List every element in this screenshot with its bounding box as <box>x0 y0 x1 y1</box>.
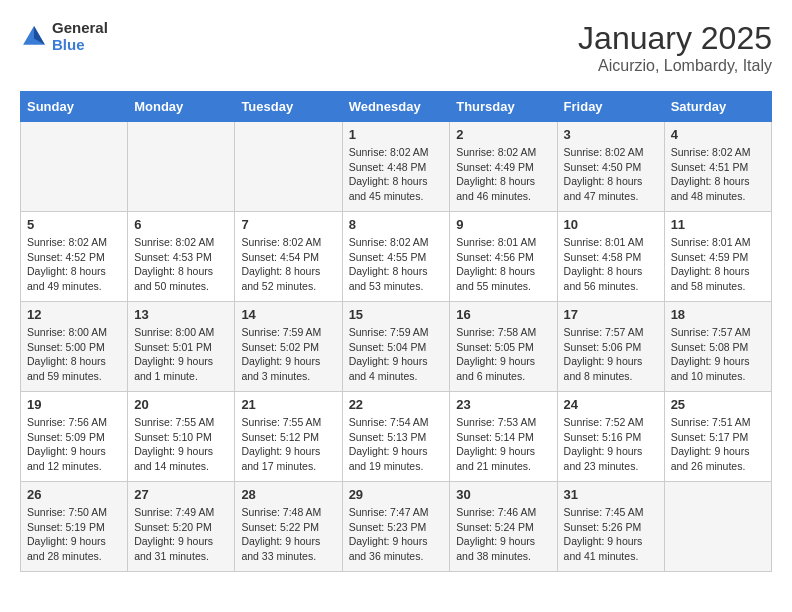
day-number: 26 <box>27 487 121 502</box>
logo-blue-text: Blue <box>52 37 108 54</box>
logo-general-text: General <box>52 20 108 37</box>
logo: General Blue <box>20 20 108 53</box>
calendar-cell: 28Sunrise: 7:48 AM Sunset: 5:22 PM Dayli… <box>235 482 342 572</box>
day-number: 11 <box>671 217 765 232</box>
calendar-cell: 11Sunrise: 8:01 AM Sunset: 4:59 PM Dayli… <box>664 212 771 302</box>
calendar-cell: 17Sunrise: 7:57 AM Sunset: 5:06 PM Dayli… <box>557 302 664 392</box>
calendar-cell <box>128 122 235 212</box>
calendar-cell: 13Sunrise: 8:00 AM Sunset: 5:01 PM Dayli… <box>128 302 235 392</box>
calendar-cell: 10Sunrise: 8:01 AM Sunset: 4:58 PM Dayli… <box>557 212 664 302</box>
day-info: Sunrise: 7:55 AM Sunset: 5:10 PM Dayligh… <box>134 415 228 474</box>
day-number: 12 <box>27 307 121 322</box>
calendar-cell: 18Sunrise: 7:57 AM Sunset: 5:08 PM Dayli… <box>664 302 771 392</box>
day-number: 6 <box>134 217 228 232</box>
calendar-cell: 21Sunrise: 7:55 AM Sunset: 5:12 PM Dayli… <box>235 392 342 482</box>
day-info: Sunrise: 7:48 AM Sunset: 5:22 PM Dayligh… <box>241 505 335 564</box>
calendar-cell: 7Sunrise: 8:02 AM Sunset: 4:54 PM Daylig… <box>235 212 342 302</box>
column-header-saturday: Saturday <box>664 92 771 122</box>
calendar-cell: 12Sunrise: 8:00 AM Sunset: 5:00 PM Dayli… <box>21 302 128 392</box>
day-info: Sunrise: 7:54 AM Sunset: 5:13 PM Dayligh… <box>349 415 444 474</box>
day-number: 16 <box>456 307 550 322</box>
day-number: 22 <box>349 397 444 412</box>
week-row-5: 26Sunrise: 7:50 AM Sunset: 5:19 PM Dayli… <box>21 482 772 572</box>
calendar-subtitle: Aicurzio, Lombardy, Italy <box>578 57 772 75</box>
logo-icon <box>20 23 48 51</box>
day-number: 5 <box>27 217 121 232</box>
day-number: 29 <box>349 487 444 502</box>
day-info: Sunrise: 8:02 AM Sunset: 4:54 PM Dayligh… <box>241 235 335 294</box>
column-header-monday: Monday <box>128 92 235 122</box>
day-info: Sunrise: 7:51 AM Sunset: 5:17 PM Dayligh… <box>671 415 765 474</box>
calendar-cell: 26Sunrise: 7:50 AM Sunset: 5:19 PM Dayli… <box>21 482 128 572</box>
day-info: Sunrise: 7:50 AM Sunset: 5:19 PM Dayligh… <box>27 505 121 564</box>
day-number: 30 <box>456 487 550 502</box>
day-info: Sunrise: 8:02 AM Sunset: 4:53 PM Dayligh… <box>134 235 228 294</box>
calendar-cell: 3Sunrise: 8:02 AM Sunset: 4:50 PM Daylig… <box>557 122 664 212</box>
day-info: Sunrise: 7:59 AM Sunset: 5:04 PM Dayligh… <box>349 325 444 384</box>
day-info: Sunrise: 8:01 AM Sunset: 4:56 PM Dayligh… <box>456 235 550 294</box>
calendar-cell: 9Sunrise: 8:01 AM Sunset: 4:56 PM Daylig… <box>450 212 557 302</box>
column-header-thursday: Thursday <box>450 92 557 122</box>
calendar-cell: 5Sunrise: 8:02 AM Sunset: 4:52 PM Daylig… <box>21 212 128 302</box>
day-info: Sunrise: 8:00 AM Sunset: 5:00 PM Dayligh… <box>27 325 121 384</box>
day-number: 31 <box>564 487 658 502</box>
calendar-cell <box>21 122 128 212</box>
calendar-cell <box>664 482 771 572</box>
day-info: Sunrise: 8:02 AM Sunset: 4:49 PM Dayligh… <box>456 145 550 204</box>
day-info: Sunrise: 8:02 AM Sunset: 4:50 PM Dayligh… <box>564 145 658 204</box>
calendar-cell: 19Sunrise: 7:56 AM Sunset: 5:09 PM Dayli… <box>21 392 128 482</box>
day-number: 28 <box>241 487 335 502</box>
week-row-1: 1Sunrise: 8:02 AM Sunset: 4:48 PM Daylig… <box>21 122 772 212</box>
day-number: 15 <box>349 307 444 322</box>
day-info: Sunrise: 7:58 AM Sunset: 5:05 PM Dayligh… <box>456 325 550 384</box>
calendar-cell: 4Sunrise: 8:02 AM Sunset: 4:51 PM Daylig… <box>664 122 771 212</box>
calendar-cell: 16Sunrise: 7:58 AM Sunset: 5:05 PM Dayli… <box>450 302 557 392</box>
calendar-cell: 25Sunrise: 7:51 AM Sunset: 5:17 PM Dayli… <box>664 392 771 482</box>
day-info: Sunrise: 8:01 AM Sunset: 4:59 PM Dayligh… <box>671 235 765 294</box>
title-section: January 2025 Aicurzio, Lombardy, Italy <box>578 20 772 75</box>
calendar-table: SundayMondayTuesdayWednesdayThursdayFrid… <box>20 91 772 572</box>
calendar-cell: 14Sunrise: 7:59 AM Sunset: 5:02 PM Dayli… <box>235 302 342 392</box>
day-number: 7 <box>241 217 335 232</box>
day-info: Sunrise: 8:02 AM Sunset: 4:52 PM Dayligh… <box>27 235 121 294</box>
day-info: Sunrise: 7:53 AM Sunset: 5:14 PM Dayligh… <box>456 415 550 474</box>
calendar-cell: 31Sunrise: 7:45 AM Sunset: 5:26 PM Dayli… <box>557 482 664 572</box>
day-number: 3 <box>564 127 658 142</box>
day-info: Sunrise: 7:52 AM Sunset: 5:16 PM Dayligh… <box>564 415 658 474</box>
day-info: Sunrise: 7:55 AM Sunset: 5:12 PM Dayligh… <box>241 415 335 474</box>
day-info: Sunrise: 7:49 AM Sunset: 5:20 PM Dayligh… <box>134 505 228 564</box>
day-info: Sunrise: 8:02 AM Sunset: 4:48 PM Dayligh… <box>349 145 444 204</box>
day-info: Sunrise: 7:47 AM Sunset: 5:23 PM Dayligh… <box>349 505 444 564</box>
day-info: Sunrise: 7:45 AM Sunset: 5:26 PM Dayligh… <box>564 505 658 564</box>
day-info: Sunrise: 7:59 AM Sunset: 5:02 PM Dayligh… <box>241 325 335 384</box>
day-number: 2 <box>456 127 550 142</box>
day-number: 9 <box>456 217 550 232</box>
day-number: 4 <box>671 127 765 142</box>
calendar-cell: 15Sunrise: 7:59 AM Sunset: 5:04 PM Dayli… <box>342 302 450 392</box>
day-number: 23 <box>456 397 550 412</box>
calendar-cell: 8Sunrise: 8:02 AM Sunset: 4:55 PM Daylig… <box>342 212 450 302</box>
day-info: Sunrise: 7:57 AM Sunset: 5:06 PM Dayligh… <box>564 325 658 384</box>
calendar-cell <box>235 122 342 212</box>
day-number: 8 <box>349 217 444 232</box>
calendar-cell: 27Sunrise: 7:49 AM Sunset: 5:20 PM Dayli… <box>128 482 235 572</box>
day-number: 10 <box>564 217 658 232</box>
day-number: 24 <box>564 397 658 412</box>
day-info: Sunrise: 8:02 AM Sunset: 4:55 PM Dayligh… <box>349 235 444 294</box>
day-number: 27 <box>134 487 228 502</box>
calendar-cell: 30Sunrise: 7:46 AM Sunset: 5:24 PM Dayli… <box>450 482 557 572</box>
day-number: 1 <box>349 127 444 142</box>
day-info: Sunrise: 7:57 AM Sunset: 5:08 PM Dayligh… <box>671 325 765 384</box>
page-header: General Blue January 2025 Aicurzio, Lomb… <box>20 20 772 75</box>
day-info: Sunrise: 7:56 AM Sunset: 5:09 PM Dayligh… <box>27 415 121 474</box>
column-header-sunday: Sunday <box>21 92 128 122</box>
day-number: 21 <box>241 397 335 412</box>
week-row-3: 12Sunrise: 8:00 AM Sunset: 5:00 PM Dayli… <box>21 302 772 392</box>
day-number: 18 <box>671 307 765 322</box>
day-number: 17 <box>564 307 658 322</box>
day-number: 19 <box>27 397 121 412</box>
day-number: 13 <box>134 307 228 322</box>
calendar-cell: 1Sunrise: 8:02 AM Sunset: 4:48 PM Daylig… <box>342 122 450 212</box>
week-row-2: 5Sunrise: 8:02 AM Sunset: 4:52 PM Daylig… <box>21 212 772 302</box>
calendar-cell: 2Sunrise: 8:02 AM Sunset: 4:49 PM Daylig… <box>450 122 557 212</box>
